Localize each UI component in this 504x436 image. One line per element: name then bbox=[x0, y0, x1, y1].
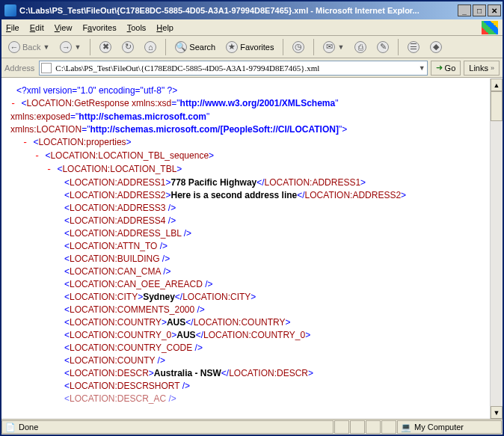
chevron-right-icon: » bbox=[491, 64, 494, 72]
xml-root: LOCATION:GetResponse bbox=[26, 98, 129, 108]
toolbar: ← Back ▼ → ▼ ✖ ↻ ⌂ 🔍 Search ★ Favorites … bbox=[1, 36, 503, 58]
stop-button[interactable]: ✖ bbox=[96, 39, 115, 55]
history-button[interactable]: ◷ bbox=[289, 39, 308, 55]
address1-value: 778 Pacific Highway bbox=[171, 177, 257, 188]
content-area: <?xml version="1.0" encoding="utf-8" ?> … bbox=[1, 78, 503, 419]
mail-icon: ✉ bbox=[323, 41, 335, 53]
messenger-button[interactable]: ◆ bbox=[426, 39, 446, 55]
mail-button[interactable]: ✉▼ bbox=[319, 39, 348, 55]
status-pane bbox=[350, 420, 365, 434]
go-button[interactable]: ➜ Go bbox=[431, 61, 461, 76]
links-label: Links bbox=[469, 64, 488, 73]
address-bar: Address ▼ ➜ Go Links » bbox=[1, 58, 503, 78]
titlebar: C:\Labs\PS_Test\FileOut\{C178E8DC-5885-4… bbox=[1, 1, 503, 19]
chevron-down-icon[interactable]: ▼ bbox=[419, 64, 425, 72]
status-pane bbox=[366, 420, 381, 434]
computer-icon: 💻 bbox=[401, 423, 411, 432]
history-icon: ◷ bbox=[292, 41, 304, 53]
xml-viewer: <?xml version="1.0" encoding="utf-8" ?> … bbox=[1, 79, 490, 419]
star-icon: ★ bbox=[226, 41, 238, 53]
menu-view[interactable]: View bbox=[55, 23, 73, 32]
search-label: Search bbox=[189, 43, 215, 52]
chevron-down-icon: ▼ bbox=[74, 43, 81, 51]
menu-tools[interactable]: Tools bbox=[127, 23, 147, 32]
chevron-down-icon: ▼ bbox=[337, 43, 344, 51]
back-button[interactable]: ← Back ▼ bbox=[4, 39, 53, 55]
country-value: AUS bbox=[167, 317, 185, 328]
status-text: Done bbox=[19, 423, 38, 432]
ie-icon bbox=[4, 4, 16, 16]
discuss-icon: ☰ bbox=[408, 41, 420, 53]
print-button[interactable]: ⎙ bbox=[351, 39, 370, 55]
separator bbox=[398, 39, 399, 55]
xml-declaration: <?xml version="1.0" encoding="utf-8" ?> bbox=[16, 85, 177, 96]
zone-text: My Computer bbox=[414, 423, 464, 432]
toggle-icon[interactable]: - bbox=[46, 165, 57, 175]
menu-file[interactable]: File bbox=[6, 23, 19, 32]
close-button[interactable]: ✕ bbox=[488, 4, 501, 16]
menu-favorites[interactable]: Favorites bbox=[82, 23, 116, 32]
print-icon: ⎙ bbox=[354, 41, 366, 53]
status-pane bbox=[334, 420, 349, 434]
links-button[interactable]: Links » bbox=[464, 61, 500, 76]
statusbar: 📄 Done 💻 My Computer bbox=[1, 419, 503, 435]
favorites-label: Favorites bbox=[240, 43, 274, 52]
address-label: Address bbox=[4, 64, 34, 73]
go-arrow-icon: ➜ bbox=[436, 63, 443, 73]
back-arrow-icon: ← bbox=[8, 41, 20, 53]
refresh-button[interactable]: ↻ bbox=[118, 39, 138, 55]
chevron-down-icon: ▼ bbox=[43, 43, 49, 51]
separator bbox=[313, 39, 314, 55]
menubar: File Edit View Favorites Tools Help bbox=[1, 19, 503, 36]
home-icon: ⌂ bbox=[144, 41, 156, 53]
edit-button[interactable]: ✎ bbox=[373, 39, 393, 55]
favorites-button[interactable]: ★ Favorites bbox=[222, 39, 277, 55]
address-input[interactable] bbox=[54, 63, 418, 73]
discuss-button[interactable]: ☰ bbox=[404, 39, 423, 55]
scroll-thumb[interactable] bbox=[491, 91, 503, 121]
forward-button[interactable]: → ▼ bbox=[56, 39, 84, 55]
windows-flag-icon bbox=[482, 21, 498, 34]
page-icon bbox=[41, 63, 52, 73]
separator bbox=[165, 39, 166, 55]
window-title: C:\Labs\PS_Test\FileOut\{C178E8DC-5885-4… bbox=[19, 6, 458, 15]
separator bbox=[90, 39, 90, 55]
edit-icon: ✎ bbox=[377, 41, 389, 53]
minimize-button[interactable]: _ bbox=[458, 4, 471, 16]
menu-help[interactable]: Help bbox=[156, 23, 173, 32]
toggle-icon[interactable]: - bbox=[22, 138, 33, 148]
address-field-wrap[interactable]: ▼ bbox=[39, 61, 427, 76]
toggle-icon[interactable]: - bbox=[34, 151, 45, 162]
scroll-down-button[interactable]: ▼ bbox=[491, 406, 503, 419]
search-icon: 🔍 bbox=[175, 41, 187, 53]
search-button[interactable]: 🔍 Search bbox=[171, 39, 219, 55]
vertical-scrollbar[interactable]: ▲ ▼ bbox=[490, 79, 503, 419]
descr-value: Australia - NSW bbox=[154, 368, 221, 378]
address2-value: Here is a second address line bbox=[171, 190, 298, 200]
scroll-up-button[interactable]: ▲ bbox=[491, 79, 503, 91]
country0-value: AUS bbox=[176, 330, 195, 340]
back-label: Back bbox=[22, 43, 40, 52]
zone-pane: 💻 My Computer bbox=[397, 420, 502, 434]
forward-arrow-icon: → bbox=[60, 41, 72, 53]
home-button[interactable]: ⌂ bbox=[141, 39, 160, 55]
window-controls: _ □ ✕ bbox=[458, 4, 501, 16]
refresh-icon: ↻ bbox=[122, 41, 134, 53]
status-text-pane: 📄 Done bbox=[1, 420, 334, 434]
separator bbox=[283, 39, 283, 55]
toggle-icon[interactable]: - bbox=[10, 99, 21, 109]
scroll-track[interactable] bbox=[491, 121, 503, 406]
messenger-icon: ◆ bbox=[430, 41, 442, 53]
maximize-button[interactable]: □ bbox=[473, 4, 486, 16]
menu-edit[interactable]: Edit bbox=[30, 23, 44, 32]
status-pane bbox=[381, 420, 396, 434]
stop-icon: ✖ bbox=[99, 41, 111, 53]
go-label: Go bbox=[445, 64, 456, 73]
page-icon: 📄 bbox=[5, 423, 16, 432]
city-value: Sydney bbox=[143, 292, 175, 302]
